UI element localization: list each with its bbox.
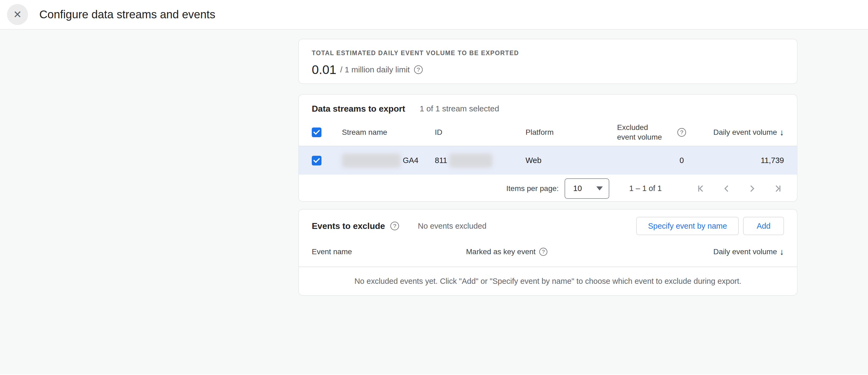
stream-table-row[interactable]: GA4 811 Web 0 11,739 (299, 146, 797, 175)
col-key-event: Marked as key event (466, 247, 535, 256)
help-glyph: ? (680, 129, 683, 136)
events-status: No events excluded (418, 221, 487, 231)
events-empty-message: No excluded events yet. Click "Add" or "… (299, 267, 797, 295)
summary-value: 0.01 (312, 62, 336, 77)
redacted-stream-id (450, 154, 492, 168)
excluded-volume-cell: 0 (680, 156, 684, 165)
pagination-range: 1 – 1 of 1 (629, 184, 662, 193)
data-streams-card: Data streams to export 1 of 1 stream sel… (298, 94, 798, 202)
previous-page-button[interactable] (720, 183, 732, 195)
help-glyph: ? (393, 223, 396, 229)
close-button[interactable]: ✕ (7, 4, 28, 25)
dialog-header: ✕ Configure data streams and events (0, 0, 868, 30)
stream-id-text: 811 (435, 156, 447, 165)
help-icon[interactable]: ? (414, 65, 423, 74)
events-help-icon[interactable]: ? (391, 221, 399, 230)
col-daily-volume[interactable]: Daily event volume ↓ (713, 128, 784, 137)
help-glyph: ? (542, 249, 545, 255)
page-size-value: 10 (573, 184, 582, 193)
sort-descending-icon: ↓ (780, 247, 784, 256)
last-page-icon (773, 184, 783, 194)
col-events-daily-volume[interactable]: Daily event volume ↓ (713, 247, 784, 256)
daily-volume-label: Daily event volume (713, 128, 777, 137)
events-to-exclude-card: Events to exclude ? No events excluded S… (298, 209, 798, 296)
items-per-page-label: Items per page: (506, 184, 559, 193)
summary-limit: / 1 million daily limit (340, 65, 409, 74)
select-all-checkbox[interactable] (312, 128, 321, 137)
last-page-button[interactable] (772, 183, 784, 195)
stream-id-cell: 811 (435, 154, 526, 168)
next-page-button[interactable] (746, 183, 758, 195)
chevron-left-icon (721, 184, 731, 194)
summary-label: TOTAL ESTIMATED DAILY EVENT VOLUME TO BE… (312, 49, 784, 57)
page-size-select[interactable]: 10 (565, 178, 609, 199)
pagination-bar: Items per page: 10 1 – 1 of 1 (299, 175, 797, 202)
key-event-help-icon[interactable]: ? (539, 248, 547, 256)
col-id: ID (435, 128, 526, 137)
stream-name-cell: GA4 (342, 154, 435, 168)
col-event-name: Event name (312, 247, 466, 256)
stream-name-text: GA4 (403, 156, 418, 165)
page-content: TOTAL ESTIMATED DAILY EVENT VOLUME TO BE… (0, 30, 868, 374)
row-checkbox[interactable] (312, 156, 321, 165)
streams-table-header: Stream name ID Platform Excluded event v… (299, 119, 797, 146)
events-table-header: Event name Marked as key event ? Daily e… (299, 237, 797, 267)
stream-platform-cell: Web (526, 156, 617, 165)
stream-selection-status: 1 of 1 stream selected (420, 104, 499, 113)
page-title: Configure data streams and events (39, 8, 215, 21)
col-stream-name: Stream name (342, 128, 435, 137)
col-platform: Platform (526, 128, 617, 137)
dropdown-caret-icon (596, 186, 603, 191)
streams-section-title: Data streams to export (312, 104, 405, 114)
daily-volume-cell: 11,739 (761, 156, 784, 165)
redacted-stream-name (342, 154, 401, 168)
add-button[interactable]: Add (743, 217, 784, 235)
volume-summary-card: TOTAL ESTIMATED DAILY EVENT VOLUME TO BE… (298, 39, 798, 84)
events-section-title: Events to exclude (312, 221, 385, 231)
chevron-right-icon (747, 184, 757, 194)
col-excluded-volume: Excluded event volume (617, 123, 665, 142)
help-glyph: ? (417, 66, 420, 73)
first-page-icon (696, 184, 705, 194)
excluded-volume-help-icon[interactable]: ? (677, 128, 686, 137)
sort-descending-icon: ↓ (780, 128, 784, 137)
first-page-button[interactable] (694, 183, 707, 195)
close-icon: ✕ (13, 9, 22, 20)
events-daily-volume-label: Daily event volume (713, 247, 777, 256)
specify-event-button[interactable]: Specify event by name (636, 217, 739, 235)
